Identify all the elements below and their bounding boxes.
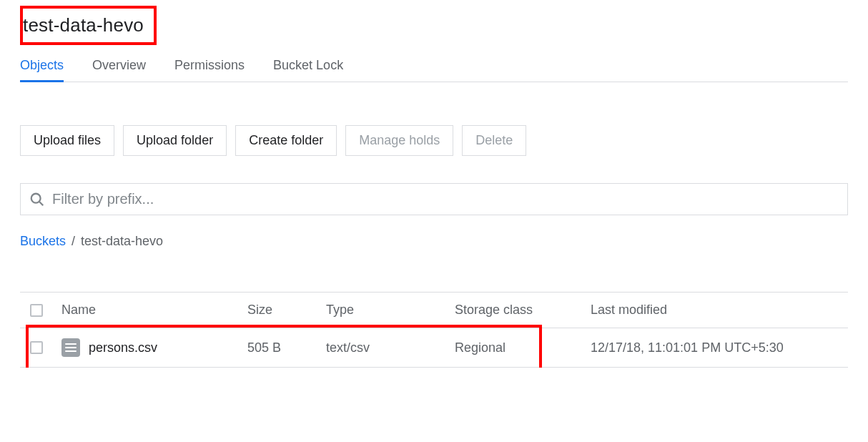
divider [20, 367, 848, 368]
svg-point-0 [31, 193, 41, 202]
tab-bar: Objects Overview Permissions Bucket Lock [20, 51, 848, 82]
upload-files-button[interactable]: Upload files [20, 125, 114, 156]
header-last-modified[interactable]: Last modified [591, 303, 841, 318]
tab-objects[interactable]: Objects [20, 51, 64, 82]
table-header-row: Name Size Type Storage class Last modifi… [20, 293, 848, 328]
file-icon [61, 338, 80, 357]
file-name[interactable]: persons.csv [89, 340, 157, 355]
upload-folder-button[interactable]: Upload folder [123, 125, 227, 156]
tab-bucket-lock[interactable]: Bucket Lock [273, 51, 343, 82]
file-size: 505 B [247, 340, 326, 355]
file-last-modified: 12/17/18, 11:01:01 PM UTC+5:30 [591, 340, 841, 355]
breadcrumb-root[interactable]: Buckets [20, 234, 66, 249]
tab-permissions[interactable]: Permissions [174, 51, 245, 82]
file-storage-class: Regional [455, 340, 591, 355]
header-storage-class[interactable]: Storage class [455, 303, 591, 318]
header-size[interactable]: Size [247, 303, 326, 318]
table-row[interactable]: persons.csv 505 B text/csv Regional 12/1… [20, 328, 848, 367]
create-folder-button[interactable]: Create folder [235, 125, 337, 156]
bucket-title: test-data-hevo [23, 14, 144, 36]
search-icon [29, 192, 45, 207]
breadcrumb-separator: / [71, 234, 75, 249]
title-highlight-box: test-data-hevo [20, 6, 157, 45]
tab-overview[interactable]: Overview [92, 51, 146, 82]
breadcrumb: Buckets / test-data-hevo [20, 234, 848, 249]
select-all-checkbox[interactable] [30, 304, 43, 317]
filter-input[interactable] [52, 191, 839, 207]
toolbar: Upload files Upload folder Create folder… [20, 125, 848, 156]
header-name[interactable]: Name [61, 303, 247, 318]
manage-holds-button: Manage holds [345, 125, 453, 156]
row-checkbox[interactable] [30, 341, 43, 354]
breadcrumb-current: test-data-hevo [81, 234, 163, 249]
file-type: text/csv [326, 340, 455, 355]
delete-button: Delete [462, 125, 526, 156]
header-type[interactable]: Type [326, 303, 455, 318]
svg-line-1 [39, 201, 44, 205]
filter-bar[interactable] [20, 183, 848, 215]
object-table: Name Size Type Storage class Last modifi… [20, 292, 848, 368]
